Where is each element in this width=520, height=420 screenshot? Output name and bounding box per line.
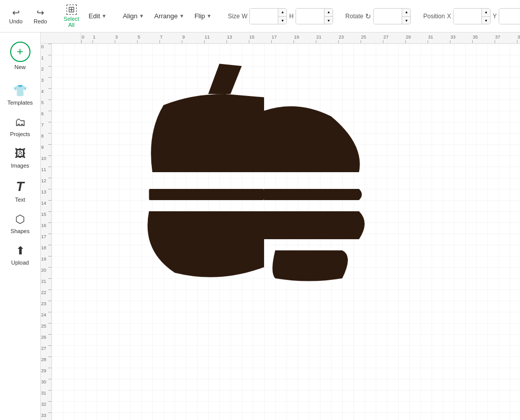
rotate-up-button[interactable]: ▲ (402, 8, 410, 16)
select-all-icon: ⊞ (67, 5, 77, 15)
edit-arrow-icon: ▼ (102, 13, 107, 19)
sidebar-item-text[interactable]: T Text (0, 174, 40, 208)
ruler-corner (41, 33, 81, 44)
templates-label: Templates (7, 100, 32, 106)
shapes-icon: ⬡ (15, 213, 25, 226)
undo-label: Undo (9, 18, 22, 24)
size-group: Size W ▲ ▼ H ▲ ▼ (228, 8, 333, 24)
rotate-label: Rotate (345, 13, 363, 20)
sidebar-item-shapes[interactable]: ⬡ Shapes (0, 208, 40, 239)
shapes-label: Shapes (11, 228, 29, 234)
rotate-icon: ↻ (365, 12, 371, 20)
position-label: Position (423, 13, 445, 20)
height-up-button[interactable]: ▲ (324, 8, 333, 16)
height-input[interactable] (296, 9, 324, 24)
align-arrow-icon: ▼ (139, 13, 144, 19)
sidebar-item-images[interactable]: 🖼 Images (0, 142, 40, 174)
redo-icon: ↪ (37, 8, 44, 17)
arrange-arrow-icon: ▼ (179, 13, 184, 19)
rotate-field: ▲ ▼ (373, 8, 411, 24)
height-field: ▲ ▼ (296, 8, 333, 24)
edit-button[interactable]: Edit ▼ (85, 10, 111, 22)
app-container: ↩ Undo ↪ Redo ⊞ Select All Edit ▼ Align … (0, 0, 520, 420)
canvas-wrapper: 01357911131517192123252729313335373941 0… (41, 33, 520, 420)
arrange-button[interactable]: Arrange ▼ (150, 10, 188, 22)
sidebar: + New 👕 Templates 🗂 Projects 🖼 Images T … (0, 33, 41, 420)
canvas-area: 01357911131517192123252729313335373941 0… (41, 33, 520, 420)
rotate-input[interactable] (374, 9, 402, 24)
flip-label: Flip (194, 12, 205, 20)
text-label: Text (15, 197, 25, 203)
rotate-group: Rotate ↻ ▲ ▼ (345, 8, 411, 24)
horizontal-ruler: 01357911131517192123252729313335373941 (81, 33, 520, 44)
x-label: X (447, 13, 451, 20)
sidebar-item-upload[interactable]: ⬆ Upload (0, 239, 40, 271)
select-all-button[interactable]: ⊞ Select All (60, 3, 83, 30)
sidebar-item-templates[interactable]: 👕 Templates (0, 79, 40, 111)
edit-label: Edit (89, 12, 100, 20)
rotate-down-button[interactable]: ▼ (402, 16, 410, 24)
x-input[interactable] (453, 9, 481, 24)
y-field: ▲ ▼ (499, 8, 520, 24)
x-field: ▲ ▼ (453, 8, 491, 24)
upload-icon: ⬆ (16, 244, 25, 257)
flip-arrow-icon: ▼ (207, 13, 212, 19)
height-down-button[interactable]: ▼ (324, 16, 333, 24)
flip-button[interactable]: Flip ▼ (190, 10, 216, 22)
undo-icon: ↩ (12, 8, 20, 17)
vertical-ruler: 0123456789101112131415161718192021222324… (41, 44, 52, 420)
x-up-button[interactable]: ▲ (482, 8, 490, 16)
y-input[interactable] (499, 9, 520, 24)
width-up-button[interactable]: ▲ (278, 8, 286, 16)
w-label: W (242, 13, 247, 20)
main-area: + New 👕 Templates 🗂 Projects 🖼 Images T … (0, 33, 520, 420)
y-label: Y (493, 13, 497, 20)
arrange-label: Arrange (154, 12, 178, 20)
ruler-top-row: 01357911131517192123252729313335373941 (41, 33, 520, 44)
width-field: ▲ ▼ (249, 8, 287, 24)
redo-button[interactable]: ↪ Redo (28, 6, 52, 26)
toolbar: ↩ Undo ↪ Redo ⊞ Select All Edit ▼ Align … (0, 0, 520, 33)
undo-button[interactable]: ↩ Undo (4, 6, 27, 26)
svg-rect-1 (149, 189, 264, 200)
new-plus-icon[interactable]: + (10, 42, 30, 62)
align-label: Align (123, 12, 138, 20)
select-all-label: Select All (63, 16, 79, 28)
x-spinners: ▲ ▼ (481, 8, 490, 24)
align-button[interactable]: Align ▼ (119, 10, 148, 22)
templates-icon: 👕 (13, 84, 27, 98)
position-group: Position X ▲ ▼ Y ▲ ▼ (423, 8, 520, 24)
grid-canvas[interactable] (52, 44, 520, 420)
x-down-button[interactable]: ▼ (482, 16, 490, 24)
sidebar-item-new[interactable]: + New (0, 37, 40, 75)
toolbar-history-group: ↩ Undo ↪ Redo (4, 6, 52, 26)
sidebar-item-projects[interactable]: 🗂 Projects (0, 111, 40, 142)
canvas-body: 0123456789101112131415161718192021222324… (41, 44, 520, 420)
width-spinners: ▲ ▼ (278, 8, 286, 24)
images-label: Images (11, 163, 29, 169)
images-icon: 🖼 (15, 147, 26, 160)
text-icon: T (16, 179, 24, 195)
redo-label: Redo (34, 18, 47, 24)
width-input[interactable] (250, 9, 278, 24)
height-spinners: ▲ ▼ (324, 8, 333, 24)
new-label: New (14, 64, 25, 70)
rotate-spinners: ▲ ▼ (402, 8, 410, 24)
upload-label: Upload (11, 260, 29, 266)
size-label: Size (228, 13, 240, 20)
width-down-button[interactable]: ▼ (278, 16, 286, 24)
projects-label: Projects (10, 131, 30, 137)
projects-icon: 🗂 (15, 116, 26, 129)
h-label: H (289, 13, 294, 20)
